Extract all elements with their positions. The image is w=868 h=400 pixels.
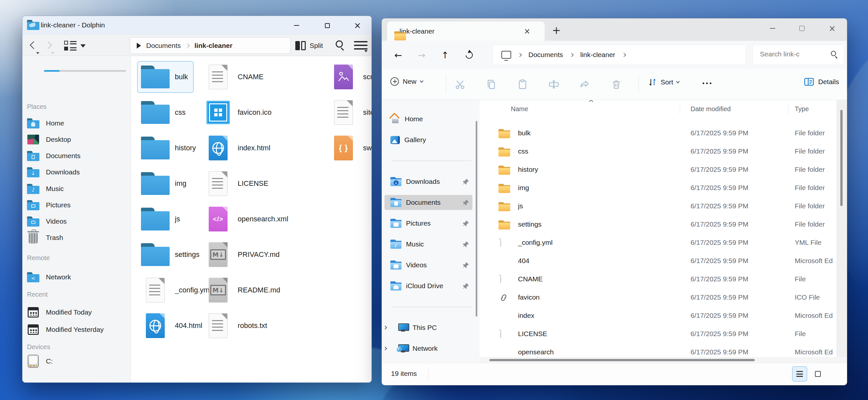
column-separator[interactable] — [788, 104, 788, 114]
file-row-img[interactable]: img 6/17/2025 9:59 PM File folder — [479, 179, 836, 198]
breadcrumb[interactable]: Documents link-cleaner — [130, 37, 291, 54]
file-row-favicon[interactable]: favicon 6/17/2025 9:59 PM ICO File — [479, 289, 836, 307]
back-icon[interactable] — [30, 41, 37, 49]
file-row-config-yml[interactable]: _config.yml 6/17/2025 9:59 PM YML File — [479, 234, 836, 252]
file-item-css[interactable]: css — [137, 96, 191, 128]
file-row-404[interactable]: 404 6/17/2025 9:59 PM Microsoft Ed — [479, 252, 836, 270]
search-icon[interactable] — [831, 51, 836, 56]
sidebar-item-gallery[interactable]: Gallery — [384, 132, 472, 147]
vertical-scrollbar-track[interactable] — [836, 100, 847, 357]
refresh-icon[interactable] — [462, 48, 476, 62]
expand-chevron-icon[interactable] — [383, 346, 387, 350]
column-header-name[interactable]: Name — [511, 105, 528, 113]
sidebar-item-drive-c[interactable]: C: — [23, 354, 131, 369]
sidebar-item-music[interactable]: ♪ Music — [23, 181, 131, 196]
sidebar-item-trash[interactable]: Trash — [23, 230, 131, 245]
file-item-cname[interactable]: CNAME — [200, 61, 269, 93]
file-item-sw-js[interactable]: { } sw.j — [325, 132, 372, 164]
details-view-toggle[interactable] — [792, 366, 807, 381]
column-header-date-modified[interactable]: Date modified — [690, 105, 731, 113]
close-button[interactable]: × — [349, 19, 366, 32]
view-mode-caret-icon[interactable] — [81, 44, 86, 48]
this-pc-icon[interactable] — [501, 51, 511, 59]
horizontal-scrollbar-thumb[interactable] — [489, 359, 755, 361]
dolphin-file-view[interactable]: bulk css history img js — [131, 56, 371, 382]
search-input[interactable] — [760, 50, 825, 58]
maximize-button[interactable] — [319, 19, 335, 32]
sidebar-item-home[interactable]: Home — [23, 116, 131, 131]
paste-icon[interactable] — [516, 78, 529, 91]
new-button[interactable]: New — [391, 77, 423, 86]
dolphin-titlebar[interactable]: link-cleaner - Dolphin × — [23, 16, 371, 35]
file-row-js[interactable]: js 6/17/2025 9:59 PM File folder — [479, 198, 836, 216]
forward-history-caret-icon[interactable] — [51, 52, 54, 54]
expand-chevron-icon[interactable] — [383, 326, 387, 329]
close-button[interactable]: × — [823, 21, 841, 35]
file-item-settings[interactable]: settings — [137, 239, 206, 270]
chevron-right-icon[interactable] — [622, 53, 626, 57]
file-item-privacy-md[interactable]: M↓ PRIVACY.md — [200, 239, 285, 270]
chevron-right-icon[interactable] — [518, 53, 522, 57]
sidebar-item-desktop[interactable]: Desktop — [23, 132, 131, 147]
file-item-screenshot[interactable]: scre — [325, 61, 372, 93]
search-box[interactable] — [752, 45, 844, 65]
file-item-bulk[interactable]: bulk — [137, 61, 194, 93]
chevron-right-icon[interactable] — [569, 53, 574, 57]
vertical-scrollbar-thumb[interactable] — [840, 110, 843, 206]
forward-icon[interactable] — [44, 41, 52, 49]
sidebar-item-downloads[interactable]: ↓ Downloads — [384, 174, 472, 189]
minimize-button[interactable] — [764, 21, 782, 35]
sidebar-item-icloud-drive[interactable]: iCloud Drive — [384, 278, 472, 293]
rename-icon[interactable] — [547, 78, 560, 91]
file-row-bulk[interactable]: bulk 6/17/2025 9:59 PM File folder — [479, 124, 836, 143]
file-item-sitemap[interactable]: site — [325, 96, 372, 128]
back-icon[interactable]: ← — [391, 48, 405, 62]
forward-icon[interactable]: → — [414, 48, 429, 62]
cut-icon[interactable] — [454, 78, 467, 91]
file-item-robots-txt[interactable]: robots.txt — [200, 310, 273, 342]
sidebar-item-modified-yesterday[interactable]: Modified Yesterday — [23, 322, 131, 337]
file-item-favicon-ico[interactable]: favicon.ico — [200, 96, 277, 128]
file-row-css[interactable]: css 6/17/2025 9:59 PM File folder — [479, 143, 836, 161]
column-header-type[interactable]: Type — [795, 105, 809, 113]
sort-button[interactable]: Sort — [648, 77, 679, 87]
breadcrumb-item-documents[interactable]: Documents — [146, 42, 181, 50]
sidebar-item-videos[interactable]: Videos — [23, 214, 131, 229]
split-button[interactable]: Split — [295, 39, 323, 52]
breadcrumb-root-arrow-icon[interactable] — [137, 43, 141, 49]
file-item-opensearch-xml[interactable]: </> opensearch.xml — [200, 203, 294, 235]
sidebar-item-pictures[interactable]: Pictures — [23, 198, 131, 212]
file-item-404-html[interactable]: 404.html — [137, 310, 208, 342]
file-item-img[interactable]: img — [137, 168, 192, 200]
breadcrumb-item-link-cleaner[interactable]: link-cleaner — [580, 51, 615, 59]
horizontal-scrollbar-track[interactable] — [479, 357, 847, 363]
tab-link-cleaner[interactable]: link-cleaner × — [387, 22, 545, 41]
sidebar-item-modified-today[interactable]: Modified Today — [23, 305, 131, 320]
file-item-readme-md[interactable]: M↓ README.md — [200, 274, 286, 306]
file-row-index[interactable]: index 6/17/2025 9:59 PM Microsoft Ed — [479, 307, 836, 325]
sidebar-item-home[interactable]: Home — [384, 112, 472, 126]
breadcrumb-item-documents[interactable]: Documents — [528, 51, 563, 59]
sidebar-item-pictures[interactable]: Pictures — [384, 216, 472, 231]
maximize-button[interactable] — [793, 21, 811, 35]
delete-icon[interactable] — [610, 78, 623, 91]
sidebar-item-network[interactable]: < Network — [23, 269, 131, 285]
back-history-caret-icon[interactable] — [36, 52, 39, 54]
minimize-button[interactable] — [288, 19, 305, 32]
file-item-license[interactable]: LICENSE — [200, 168, 274, 200]
sidebar-item-this-pc[interactable]: This PC — [384, 320, 472, 335]
details-button[interactable]: Details — [804, 77, 839, 86]
up-icon[interactable]: ↑ — [438, 48, 452, 62]
file-row-cname[interactable]: CNAME 6/17/2025 9:59 PM File — [479, 270, 836, 289]
hamburger-menu-icon[interactable] — [354, 41, 368, 50]
sidebar-item-documents[interactable]: Documents — [384, 195, 472, 210]
file-row-opensearch[interactable]: opensearch 6/17/2025 9:59 PM Microsoft E… — [479, 344, 836, 357]
sidebar-item-documents[interactable]: Documents — [23, 148, 131, 163]
sidebar-item-downloads[interactable]: ↓ Downloads — [23, 165, 131, 180]
share-icon[interactable] — [579, 78, 592, 91]
file-item-index-html[interactable]: index.html — [200, 132, 276, 164]
search-icon[interactable] — [336, 40, 343, 48]
copy-icon[interactable] — [485, 78, 498, 91]
file-item-history[interactable]: history — [137, 132, 202, 164]
file-row-settings[interactable]: settings 6/17/2025 9:59 PM File folder — [479, 216, 836, 234]
